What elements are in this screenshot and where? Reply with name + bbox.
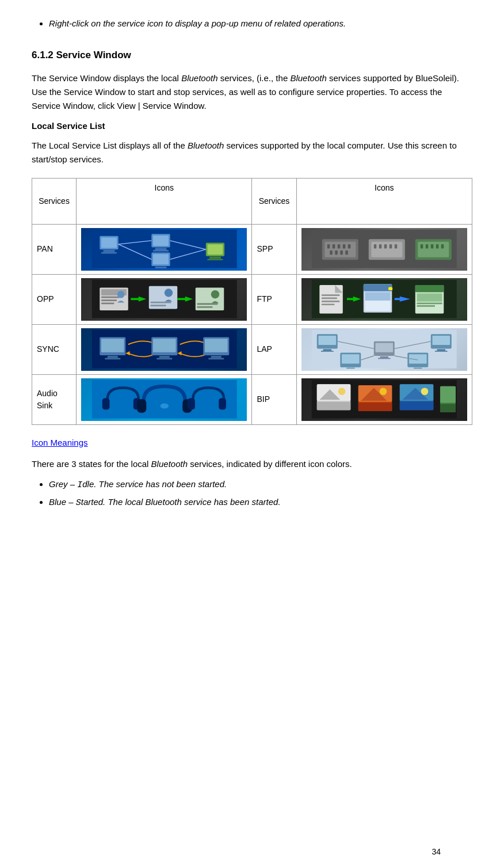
svg-rect-3 [101,252,116,254]
svg-rect-68 [322,294,339,296]
intro-bullet-item: Right-click on the service icon to displ… [49,17,472,31]
svg-rect-31 [345,250,348,255]
audio-svg [90,380,239,419]
svg-rect-96 [156,358,172,360]
svg-rect-89 [107,356,117,358]
svg-rect-29 [335,250,337,255]
svg-rect-36 [384,244,387,248]
svg-rect-85 [347,298,354,301]
svg-rect-37 [390,244,392,248]
svg-rect-80 [415,285,444,293]
pan-svg [90,230,239,268]
page-wrapper: Right-click on the service icon to displ… [32,17,472,858]
svg-rect-34 [374,244,376,248]
svg-rect-13 [209,257,221,259]
intro-bullet-list: Right-click on the service icon to displ… [32,17,472,31]
service-pan-label: PAN [32,224,77,274]
svg-point-142 [380,388,387,396]
svg-rect-105 [318,336,336,345]
svg-rect-28 [330,250,332,255]
service-table: Services Icons Services Icons PAN [32,178,472,425]
svg-rect-131 [188,398,195,410]
svg-rect-26 [343,244,345,248]
svg-rect-24 [333,244,335,248]
svg-rect-7 [152,250,168,252]
svg-rect-22 [324,242,356,257]
svg-rect-43 [431,244,433,248]
service-sync-label: SYNC [32,324,77,374]
svg-point-52 [117,291,124,298]
svg-rect-64 [197,306,212,308]
svg-rect-50 [101,299,116,301]
svg-rect-88 [101,339,124,352]
svg-rect-148 [440,386,456,403]
section-612-heading: 6.1.2 Service Window [32,48,472,63]
svg-rect-69 [322,298,337,299]
icon-bip-cell [296,374,472,424]
svg-rect-109 [432,336,450,345]
svg-rect-49 [101,297,119,298]
icon-sync-cell [77,324,252,374]
svg-rect-110 [437,350,445,351]
icon-meanings-link[interactable]: Icon Meanings [32,436,88,450]
svg-rect-150 [358,403,392,411]
table-row: PAN [32,224,472,274]
svg-rect-15 [207,244,223,255]
icon-sync [81,328,247,371]
svg-rect-114 [380,356,388,358]
section-612: 6.1.2 Service Window The Service Window … [32,48,472,510]
spp-svg [310,230,459,268]
svg-rect-11 [152,254,168,264]
sync-svg [90,330,239,369]
svg-rect-42 [426,244,428,248]
col3-header: Services [252,178,296,224]
svg-rect-81 [417,294,442,302]
svg-rect-66 [319,285,342,313]
icon-audio [81,378,247,421]
icon-lap [301,328,467,371]
table-header-row: Services Icons Services Icons [32,178,472,224]
svg-rect-51 [101,303,113,305]
col4-header: Icons [296,178,472,224]
svg-point-56 [164,289,172,297]
table-row: SYNC [32,324,472,374]
svg-rect-30 [340,250,342,255]
icon-ftp-cell [296,274,472,324]
svg-rect-113 [375,343,393,352]
svg-rect-25 [338,244,340,248]
svg-rect-151 [400,402,433,410]
svg-rect-4 [101,238,116,248]
svg-rect-6 [155,248,166,250]
page-number: 34 [432,846,441,858]
svg-rect-118 [346,368,354,369]
local-service-heading: Local Service List [32,120,472,133]
svg-rect-35 [379,244,381,248]
icon-state-grey-text: Grey – Idle. The service has not been st… [49,479,227,489]
icon-ftp [301,278,467,321]
icon-pan-cell [77,224,252,274]
svg-rect-90 [105,358,120,360]
svg-rect-76 [388,287,392,290]
service-lap-label: LAP [252,324,296,374]
svg-rect-2 [103,250,114,252]
svg-point-62 [211,290,219,298]
svg-rect-23 [327,244,330,248]
icon-states-list: Grey – Idle. The service has not been st… [32,478,472,510]
svg-rect-117 [342,354,360,363]
svg-rect-82 [417,303,442,305]
svg-rect-10 [155,267,166,268]
svg-rect-102 [208,358,224,360]
svg-rect-152 [440,404,456,412]
table-row: Audio Sink [32,374,472,424]
svg-rect-63 [197,303,217,305]
svg-rect-45 [441,244,444,248]
service-spp-label: SPP [252,224,296,274]
icon-opp [81,278,247,321]
bip-svg [310,380,459,419]
col1-header: Services [32,178,77,224]
section-612-para1: The Service Window displays the local Bl… [32,71,472,113]
svg-rect-58 [150,305,166,306]
icon-audio-cell [77,374,252,424]
svg-rect-14 [207,259,223,261]
svg-rect-83 [417,305,434,307]
